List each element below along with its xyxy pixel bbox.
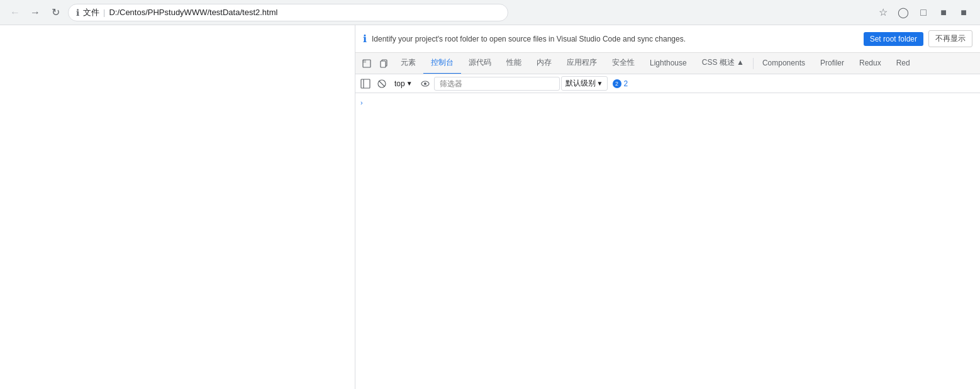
tab-icon-inspector[interactable] [358, 55, 376, 72]
tab-memory[interactable]: 内存 [529, 53, 559, 74]
tab-lighthouse[interactable]: Lighthouse [642, 53, 694, 74]
main-layout: ℹ Identify your project's root folder to… [0, 25, 980, 389]
svg-rect-3 [381, 61, 386, 67]
tab-console[interactable]: 控制台 [423, 53, 461, 74]
filter-input[interactable] [434, 77, 560, 91]
issues-badge[interactable]: 2 2 [609, 78, 632, 89]
tab-css-overview[interactable]: CSS 概述 ▲ [694, 53, 752, 74]
reload-button[interactable]: ↻ [48, 5, 63, 20]
console-toolbar: top ▼ 默认级别 ▼ 2 2 [355, 74, 980, 93]
devtools-tabs: 元素 控制台 源代码 性能 内存 应用程序 安全性 Lighthouse [355, 53, 980, 74]
tab-components[interactable]: Components [755, 53, 813, 74]
issues-dot: 2 [613, 79, 621, 88]
svg-rect-1 [363, 60, 366, 63]
tab-performance[interactable]: 性能 [499, 53, 529, 74]
bookmark-button[interactable]: ☆ [874, 4, 892, 21]
clear-console-button[interactable] [374, 76, 389, 91]
tab-elements[interactable]: 元素 [393, 53, 423, 74]
browser-actions: ☆ ◯ □ ■ ■ [874, 4, 972, 21]
back-button[interactable]: ← [8, 5, 23, 20]
forward-button[interactable]: → [28, 5, 43, 20]
level-label: 默认级别 [565, 78, 596, 89]
address-bar[interactable]: ℹ 文件 | D:/Centos/PHPstudyWWW/testData/te… [68, 4, 508, 21]
file-label: 文件 [83, 7, 99, 18]
level-dropdown-chevron-icon: ▼ [597, 80, 603, 87]
issues-count-label: 2 [624, 79, 628, 88]
banner-text: Identify your project's root folder to o… [372, 35, 859, 43]
tab-sources[interactable]: 源代码 [461, 53, 499, 74]
tab-profiler[interactable]: Profiler [813, 53, 852, 74]
dismiss-banner-button[interactable]: 不再显示 [928, 30, 972, 47]
browser-content [0, 25, 355, 389]
tab-red[interactable]: Red [889, 53, 918, 74]
devtools-panel: ℹ Identify your project's root folder to… [355, 25, 980, 389]
console-row[interactable]: › [355, 96, 980, 110]
set-root-folder-button[interactable]: Set root folder [864, 32, 923, 46]
live-expressions-button[interactable] [418, 76, 433, 91]
browser-chrome: ← → ↻ ℹ 文件 | D:/Centos/PHPstudyWWW/testD… [0, 0, 980, 25]
tab-icon-copy[interactable] [376, 55, 393, 72]
tab-separator [753, 58, 754, 69]
window-button[interactable]: □ [915, 4, 932, 21]
close-button[interactable]: ■ [955, 4, 972, 21]
console-content[interactable]: › [355, 93, 980, 389]
separator: | [103, 8, 105, 17]
svg-rect-4 [361, 79, 370, 88]
expand-arrow-icon: › [360, 97, 363, 108]
top-label: top [394, 79, 405, 88]
info-banner: ℹ Identify your project's root folder to… [355, 25, 980, 53]
banner-info-icon: ℹ [363, 33, 367, 45]
svg-line-7 [379, 81, 385, 86]
info-icon: ℹ [76, 8, 79, 18]
context-dropdown[interactable]: top ▼ [391, 78, 416, 89]
log-level-dropdown[interactable]: 默认级别 ▼ [561, 76, 608, 91]
extensions-button[interactable]: ◯ [894, 4, 912, 21]
tab-application[interactable]: 应用程序 [559, 53, 604, 74]
url-text: D:/Centos/PHPstudyWWW/testData/test2.htm… [109, 8, 277, 17]
svg-point-9 [424, 82, 426, 85]
dropdown-chevron-icon: ▼ [406, 80, 413, 87]
minimize-button[interactable]: ■ [935, 4, 952, 21]
sidebar-toggle-button[interactable] [358, 76, 373, 91]
tab-redux[interactable]: Redux [852, 53, 889, 74]
tab-security[interactable]: 安全性 [604, 53, 642, 74]
